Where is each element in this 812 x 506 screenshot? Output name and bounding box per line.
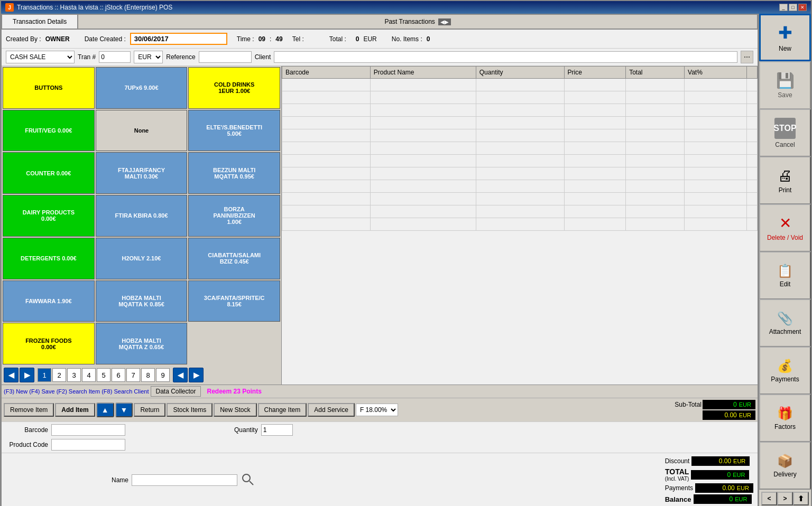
table-section: Barcode Product Name Quantity Price Tota… [282, 66, 758, 385]
window-controls[interactable]: _ □ ✕ [779, 4, 807, 11]
grid-cell-5[interactable]: ELTE'/S.BENEDETTI5.00€ [188, 110, 280, 152]
add-item-button[interactable]: Add Item [55, 403, 95, 417]
date-input[interactable] [130, 33, 227, 45]
tran-currency-select[interactable]: EUR [134, 51, 163, 63]
name-input[interactable] [132, 474, 237, 486]
col-barcode: Barcode [282, 67, 371, 79]
discount-box: 0.00 EUR [691, 456, 750, 466]
grid-cell-13[interactable]: H2ONLY 2.10€ [96, 238, 188, 279]
header-row1: Created By : OWNER Date Created : Time :… [2, 30, 758, 49]
payments-row: Payments 0.00 EUR [665, 483, 753, 493]
grid-cell-7[interactable]: FTAJJAR/FANCYMALTI 0.30€ [96, 152, 188, 194]
table-row [282, 91, 758, 104]
page-prev2-button[interactable]: ◀ [173, 368, 188, 382]
product-code-input[interactable] [51, 439, 125, 451]
search-icon [241, 472, 254, 486]
tran-num-input[interactable] [99, 51, 131, 63]
table-row [282, 142, 758, 155]
reference-input[interactable] [199, 51, 252, 63]
tab-transaction-details[interactable]: Transaction Details [2, 14, 78, 29]
change-item-button[interactable]: Change Item [258, 403, 307, 417]
col-quantity: Quantity [476, 67, 564, 79]
grid-cell-9[interactable]: DAIRY PRODUCTS0.00€ [3, 195, 95, 237]
product-code-row: Product Code [6, 439, 753, 451]
nav-up-button[interactable]: ⬆ [793, 492, 809, 505]
delivery-sidebar-button[interactable]: 📦 Delivery [759, 442, 811, 489]
tel-label: Tel : [292, 35, 304, 43]
stock-items-button[interactable]: Stock Items [167, 403, 213, 417]
grid-cell-6[interactable]: COUNTER 0.00€ [3, 152, 95, 194]
grid-cell-2[interactable]: COLD DRINKS1EUR 1.00€ [188, 67, 280, 109]
grid-cell-11[interactable]: BORZAPANINI/BZIZEN1.00€ [188, 195, 280, 237]
grid-cell-12[interactable]: DETERGENTS 0.00€ [3, 238, 95, 279]
up-arrow-button[interactable]: ▲ [96, 402, 114, 417]
barcode-input[interactable] [51, 424, 125, 436]
save-sidebar-button[interactable]: 💾 Save [759, 61, 811, 109]
attachment-sidebar-button[interactable]: 📎 Attachment [759, 299, 811, 346]
print-sidebar-button[interactable]: 🖨 Print [759, 156, 811, 204]
name-search-button[interactable] [241, 472, 254, 489]
bottom-bar: (F3) New (F4) Save (F2) Search Item (F8)… [2, 385, 758, 506]
add-service-button[interactable]: Add Service [308, 403, 355, 417]
new-sidebar-button[interactable]: ✚ New [759, 14, 811, 61]
created-by-value: OWNER [45, 35, 70, 43]
page-7[interactable]: 7 [126, 368, 140, 382]
return-button[interactable]: Return [134, 403, 165, 417]
quantity-input[interactable] [261, 424, 293, 436]
maximize-button[interactable]: □ [789, 4, 797, 11]
print-label: Print [779, 186, 792, 194]
grid-cell-16[interactable]: HOBZA MALTIMQATTA K 0.85€ [96, 280, 188, 322]
page-1[interactable]: 1 [38, 368, 51, 382]
grid-cell-17[interactable]: 3CA/FANTA/SPRITE/C8.15€ [188, 280, 280, 322]
delete-sidebar-button[interactable]: ✕ Delete / Void [759, 204, 811, 251]
client-input[interactable] [274, 51, 737, 63]
page-next2-button[interactable]: ▶ [189, 368, 204, 382]
payments-sidebar-button[interactable]: 💰 Payments [759, 346, 811, 394]
app-icon: J [5, 3, 14, 12]
tran-type-select[interactable]: CASH SALE [6, 51, 75, 63]
page-2[interactable]: 2 [52, 368, 66, 382]
balance-value: 0 [698, 495, 733, 503]
page-prev-button[interactable]: ◀ [4, 368, 19, 382]
svg-line-1 [250, 481, 253, 485]
data-collector-button[interactable]: Data Collector [151, 386, 200, 397]
grid-cell-19[interactable]: HOBZA MALTIMQATTA Z 0.65€ [96, 323, 188, 364]
grid-cell-8[interactable]: BEZZUN MALTIMQATTA 0.95€ [188, 152, 280, 194]
vat-select[interactable]: F 18.00% [356, 404, 398, 416]
sidebar-nav: < > ⬆ [759, 489, 811, 506]
page-8[interactable]: 8 [141, 368, 155, 382]
grid-cell-14[interactable]: CIABATTA/SALAMIBZIZ 0.45€ [188, 238, 280, 279]
new-stock-button[interactable]: New Stock [214, 403, 256, 417]
page-3[interactable]: 3 [67, 368, 81, 382]
balance-label: Balance [665, 495, 691, 503]
factors-sidebar-button[interactable]: 🎁 Factors [759, 394, 811, 442]
page-6[interactable]: 6 [112, 368, 125, 382]
nav-prev-button[interactable]: < [761, 492, 777, 505]
subtotal-currency: EUR [739, 401, 751, 408]
tab-past-transactions[interactable]: Past Transactions ◀▶ [78, 14, 758, 29]
grid-cell-4[interactable]: None [96, 110, 188, 152]
grid-cell-18[interactable]: FROZEN FOODS0.00€ [3, 323, 95, 364]
page-4[interactable]: 4 [82, 368, 96, 382]
discount-currency: EUR [733, 458, 745, 464]
page-9[interactable]: 9 [156, 368, 170, 382]
edit-sidebar-button[interactable]: 📋 Edit [759, 251, 811, 299]
down-arrow-button[interactable]: ▼ [115, 402, 133, 417]
page-5[interactable]: 5 [97, 368, 110, 382]
remove-item-button[interactable]: Remove Item [4, 403, 54, 417]
close-button[interactable]: ✕ [798, 4, 807, 11]
page-next-btn2[interactable]: ▶ [20, 368, 34, 382]
payments-box: 0.00 EUR [695, 483, 753, 493]
title-bar-left: J Transactions :: Hasta la vista :: jSto… [5, 3, 172, 12]
minimize-button[interactable]: _ [779, 4, 788, 11]
nav-next-button[interactable]: > [777, 492, 793, 505]
cancel-sidebar-button[interactable]: STOP Cancel [759, 109, 811, 156]
grid-cell-10[interactable]: FTIRA KBIRA 0.80€ [96, 195, 188, 237]
grid-cell-15[interactable]: FAWWARA 1.90€ [3, 280, 95, 322]
grid-cells: BUTTONS 7UPx6 9.00€ COLD DRINKS1EUR 1.00… [2, 66, 281, 366]
header-currency: EUR [363, 35, 376, 43]
grid-cell-0[interactable]: BUTTONS [3, 67, 95, 109]
grid-cell-3[interactable]: FRUIT/VEG 0.00€ [3, 110, 95, 152]
grid-cell-1[interactable]: 7UPx6 9.00€ [96, 67, 188, 109]
client-search-button[interactable]: ⋯ [741, 51, 753, 63]
